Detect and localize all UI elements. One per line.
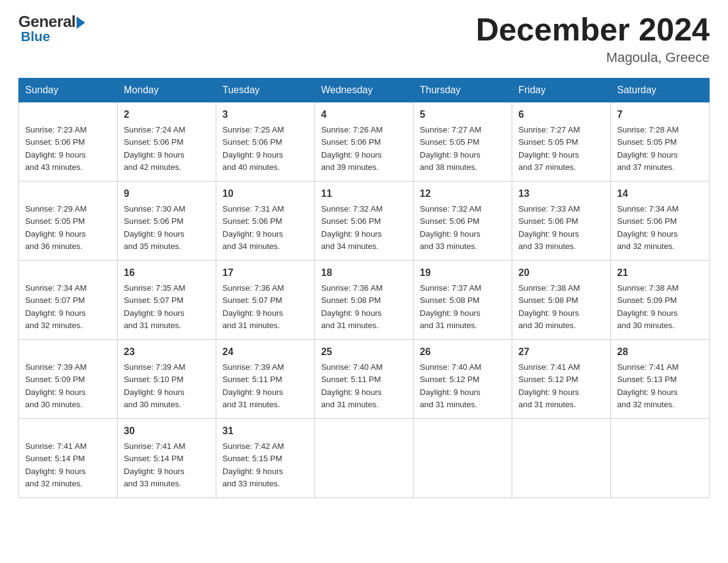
day-info: Sunrise: 7:42 AMSunset: 5:15 PMDaylight:…	[222, 442, 284, 488]
day-number: 21	[617, 266, 703, 280]
table-row: 27 Sunrise: 7:41 AMSunset: 5:12 PMDaylig…	[512, 340, 611, 419]
day-number: 6	[518, 107, 604, 122]
day-info: Sunrise: 7:41 AMSunset: 5:13 PMDaylight:…	[617, 362, 678, 409]
weekday-header-row: Sunday Monday Tuesday Wednesday Thursday…	[19, 79, 710, 102]
table-row: 15 Sunrise: 7:34 AMSunset: 5:07 PMDaylig…	[19, 261, 118, 340]
day-number: 10	[222, 186, 308, 201]
table-row	[512, 419, 611, 498]
table-row: 28 Sunrise: 7:41 AMSunset: 5:13 PMDaylig…	[611, 340, 710, 419]
day-number: 23	[124, 345, 210, 359]
day-number: 3	[222, 107, 308, 122]
day-info: Sunrise: 7:39 AMSunset: 5:09 PMDaylight:…	[25, 362, 86, 409]
table-row: 13 Sunrise: 7:33 AMSunset: 5:06 PMDaylig…	[512, 182, 611, 261]
day-info: Sunrise: 7:25 AMSunset: 5:06 PMDaylight:…	[222, 125, 284, 172]
table-row: 19 Sunrise: 7:37 AMSunset: 5:08 PMDaylig…	[414, 261, 512, 340]
day-info: Sunrise: 7:30 AMSunset: 5:06 PMDaylight:…	[124, 204, 185, 251]
day-number: 15	[25, 266, 111, 280]
table-row: 11 Sunrise: 7:32 AMSunset: 5:06 PMDaylig…	[315, 182, 414, 261]
day-info: Sunrise: 7:40 AMSunset: 5:12 PMDaylight:…	[420, 362, 481, 409]
day-number: 30	[124, 424, 210, 439]
table-row: 4 Sunrise: 7:26 AMSunset: 5:06 PMDayligh…	[315, 102, 414, 182]
day-number: 19	[420, 266, 506, 280]
day-number: 14	[617, 186, 703, 201]
day-info: Sunrise: 7:33 AMSunset: 5:06 PMDaylight:…	[518, 204, 580, 251]
table-row: 3 Sunrise: 7:25 AMSunset: 5:06 PMDayligh…	[216, 102, 315, 182]
day-info: Sunrise: 7:31 AMSunset: 5:06 PMDaylight:…	[222, 204, 284, 251]
day-info: Sunrise: 7:41 AMSunset: 5:14 PMDaylight:…	[25, 442, 86, 488]
table-row	[414, 419, 512, 498]
calendar-week-row: 22 Sunrise: 7:39 AMSunset: 5:09 PMDaylig…	[19, 340, 710, 419]
header-saturday: Saturday	[611, 79, 710, 102]
logo: General Blue	[18, 12, 85, 45]
day-info: Sunrise: 7:29 AMSunset: 5:05 PMDaylight:…	[25, 204, 86, 251]
table-row	[611, 419, 710, 498]
location-subtitle: Magoula, Greece	[476, 50, 710, 66]
day-info: Sunrise: 7:39 AMSunset: 5:11 PMDaylight:…	[222, 362, 284, 409]
day-number: 7	[617, 107, 703, 122]
day-number: 22	[25, 345, 111, 359]
day-info: Sunrise: 7:24 AMSunset: 5:06 PMDaylight:…	[124, 125, 185, 172]
header-tuesday: Tuesday	[216, 79, 315, 102]
day-number: 24	[222, 345, 308, 359]
calendar-table: Sunday Monday Tuesday Wednesday Thursday…	[18, 78, 710, 498]
title-section: December 2024 Magoula, Greece	[476, 12, 710, 66]
day-number: 12	[420, 186, 506, 201]
day-info: Sunrise: 7:32 AMSunset: 5:06 PMDaylight:…	[420, 204, 481, 251]
day-info: Sunrise: 7:36 AMSunset: 5:08 PMDaylight:…	[321, 283, 382, 330]
calendar-week-row: 29 Sunrise: 7:41 AMSunset: 5:14 PMDaylig…	[19, 419, 710, 498]
table-row: 26 Sunrise: 7:40 AMSunset: 5:12 PMDaylig…	[414, 340, 512, 419]
day-info: Sunrise: 7:41 AMSunset: 5:12 PMDaylight:…	[518, 362, 580, 409]
day-number: 13	[518, 186, 604, 201]
month-title: December 2024	[476, 12, 710, 47]
table-row: 5 Sunrise: 7:27 AMSunset: 5:05 PMDayligh…	[414, 102, 512, 182]
day-info: Sunrise: 7:37 AMSunset: 5:08 PMDaylight:…	[420, 283, 481, 330]
day-number: 18	[321, 266, 407, 280]
table-row: 1 Sunrise: 7:23 AMSunset: 5:06 PMDayligh…	[19, 102, 118, 182]
table-row: 8 Sunrise: 7:29 AMSunset: 5:05 PMDayligh…	[19, 182, 118, 261]
table-row	[315, 419, 414, 498]
day-info: Sunrise: 7:26 AMSunset: 5:06 PMDaylight:…	[321, 125, 382, 172]
day-number: 31	[222, 424, 308, 439]
header-friday: Friday	[512, 79, 611, 102]
day-number: 17	[222, 266, 308, 280]
day-number: 26	[420, 345, 506, 359]
table-row: 23 Sunrise: 7:39 AMSunset: 5:10 PMDaylig…	[118, 340, 216, 419]
day-info: Sunrise: 7:41 AMSunset: 5:14 PMDaylight:…	[124, 442, 185, 488]
day-info: Sunrise: 7:34 AMSunset: 5:07 PMDaylight:…	[25, 283, 86, 330]
day-info: Sunrise: 7:32 AMSunset: 5:06 PMDaylight:…	[321, 204, 382, 251]
table-row: 22 Sunrise: 7:39 AMSunset: 5:09 PMDaylig…	[19, 340, 118, 419]
day-info: Sunrise: 7:38 AMSunset: 5:08 PMDaylight:…	[518, 283, 580, 330]
day-info: Sunrise: 7:34 AMSunset: 5:06 PMDaylight:…	[617, 204, 678, 251]
table-row: 30 Sunrise: 7:41 AMSunset: 5:14 PMDaylig…	[118, 419, 216, 498]
day-number: 11	[321, 186, 407, 201]
page-header: General Blue December 2024 Magoula, Gree…	[18, 12, 710, 66]
day-info: Sunrise: 7:28 AMSunset: 5:05 PMDaylight:…	[617, 125, 678, 172]
day-number: 28	[617, 345, 703, 359]
table-row: 16 Sunrise: 7:35 AMSunset: 5:07 PMDaylig…	[118, 261, 216, 340]
table-row: 17 Sunrise: 7:36 AMSunset: 5:07 PMDaylig…	[216, 261, 315, 340]
day-number: 4	[321, 107, 407, 122]
day-number: 16	[124, 266, 210, 280]
table-row: 18 Sunrise: 7:36 AMSunset: 5:08 PMDaylig…	[315, 261, 414, 340]
table-row: 25 Sunrise: 7:40 AMSunset: 5:11 PMDaylig…	[315, 340, 414, 419]
day-info: Sunrise: 7:35 AMSunset: 5:07 PMDaylight:…	[124, 283, 185, 330]
day-info: Sunrise: 7:39 AMSunset: 5:10 PMDaylight:…	[124, 362, 185, 409]
calendar-week-row: 8 Sunrise: 7:29 AMSunset: 5:05 PMDayligh…	[19, 182, 710, 261]
table-row: 12 Sunrise: 7:32 AMSunset: 5:06 PMDaylig…	[414, 182, 512, 261]
day-number: 5	[420, 107, 506, 122]
table-row: 21 Sunrise: 7:38 AMSunset: 5:09 PMDaylig…	[611, 261, 710, 340]
day-number: 20	[518, 266, 604, 280]
header-wednesday: Wednesday	[315, 79, 414, 102]
table-row: 31 Sunrise: 7:42 AMSunset: 5:15 PMDaylig…	[216, 419, 315, 498]
day-info: Sunrise: 7:40 AMSunset: 5:11 PMDaylight:…	[321, 362, 382, 409]
day-number: 9	[124, 186, 210, 201]
header-sunday: Sunday	[19, 79, 118, 102]
table-row: 6 Sunrise: 7:27 AMSunset: 5:05 PMDayligh…	[512, 102, 611, 182]
header-monday: Monday	[118, 79, 216, 102]
day-info: Sunrise: 7:27 AMSunset: 5:05 PMDaylight:…	[518, 125, 580, 172]
table-row: 14 Sunrise: 7:34 AMSunset: 5:06 PMDaylig…	[611, 182, 710, 261]
day-info: Sunrise: 7:23 AMSunset: 5:06 PMDaylight:…	[25, 125, 86, 172]
table-row: 20 Sunrise: 7:38 AMSunset: 5:08 PMDaylig…	[512, 261, 611, 340]
day-info: Sunrise: 7:27 AMSunset: 5:05 PMDaylight:…	[420, 125, 481, 172]
table-row: 2 Sunrise: 7:24 AMSunset: 5:06 PMDayligh…	[118, 102, 216, 182]
